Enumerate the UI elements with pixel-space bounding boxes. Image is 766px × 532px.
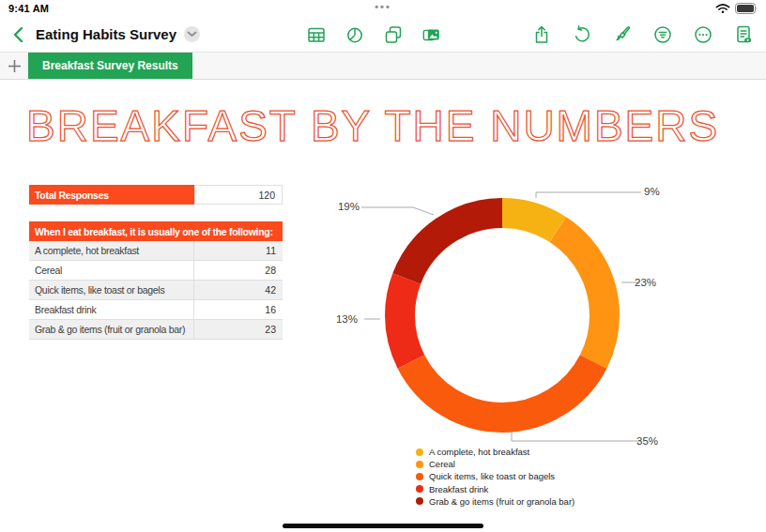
battery-icon — [735, 3, 758, 14]
document-title[interactable]: Eating Habits Survey — [36, 26, 176, 42]
slice-label-complete-breakfast: 9% — [644, 186, 660, 197]
filter-icon[interactable] — [652, 24, 673, 45]
legend-item[interactable]: Breakfast drink — [416, 483, 574, 495]
multitask-handle-icon[interactable]: ••• — [0, 1, 766, 12]
legend-swatch — [416, 448, 423, 456]
insert-media-icon[interactable] — [421, 24, 442, 45]
slice-label-grab-and-go: 19% — [333, 201, 360, 212]
slice-label-cereal: 23% — [635, 277, 656, 288]
action-toolbar — [531, 24, 766, 45]
reading-view-icon[interactable] — [733, 24, 754, 45]
nav-bar: Eating Habits Survey — [0, 17, 766, 53]
legend-item[interactable]: A complete, hot breakfast — [416, 446, 574, 458]
insert-chart-icon[interactable] — [345, 24, 365, 45]
tab-breakfast-survey-results[interactable]: Breakfast Survey Results — [28, 53, 192, 79]
chart-legend[interactable]: A complete, hot breakfast Cereal Quick i… — [416, 446, 574, 508]
legend-item[interactable]: Cereal — [416, 458, 574, 470]
back-icon[interactable] — [8, 24, 28, 45]
home-indicator[interactable] — [283, 524, 483, 528]
legend-item[interactable]: Grab & go items (fruit or granola bar) — [416, 495, 574, 508]
donut-chart[interactable] — [0, 80, 766, 531]
format-brush-icon[interactable] — [612, 24, 633, 45]
insert-table-icon[interactable] — [306, 24, 327, 45]
share-icon[interactable] — [531, 24, 552, 45]
undo-icon[interactable] — [572, 24, 592, 45]
slice-label-quick-items: 35% — [636, 435, 658, 447]
legend-swatch — [416, 473, 423, 480]
sheet-tab-bar: Breakfast Survey Results — [0, 53, 766, 80]
add-sheet-icon[interactable] — [0, 53, 28, 79]
wifi-icon — [715, 3, 730, 14]
document-dropdown-icon[interactable] — [184, 26, 200, 42]
legend-swatch — [416, 497, 423, 505]
legend-swatch — [416, 485, 423, 493]
status-bar: 9:41 AM ••• — [0, 0, 766, 17]
legend-item[interactable]: Quick items, like toast or bagels — [416, 470, 574, 482]
insert-shape-icon[interactable] — [383, 24, 404, 45]
more-icon[interactable] — [693, 24, 713, 45]
insert-toolbar — [306, 24, 442, 45]
slice-label-breakfast-drink: 13% — [331, 313, 358, 325]
sheet-canvas[interactable]: BREAKFAST BY THE NUMBERS Total Responses… — [0, 80, 766, 531]
legend-swatch — [416, 461, 423, 468]
